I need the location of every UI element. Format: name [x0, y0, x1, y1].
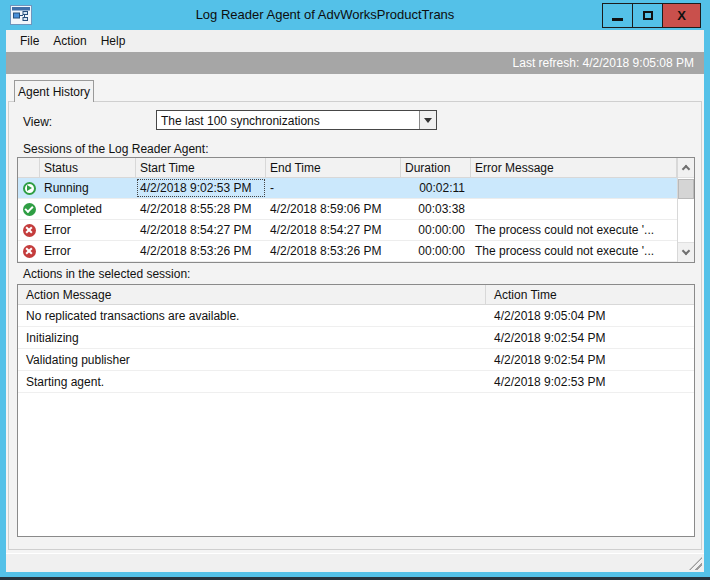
last-refresh-bar: Last refresh: 4/2/2018 9:05:08 PM — [6, 52, 704, 74]
session-status: Error — [40, 220, 136, 240]
session-duration: 00:00:00 — [401, 220, 471, 240]
column-header-end-time[interactable]: End Time — [266, 158, 401, 178]
minimize-icon — [612, 18, 623, 21]
list-item[interactable]: Initializing 4/2/2018 9:02:54 PM — [18, 327, 694, 349]
table-row[interactable]: Error 4/2/2018 8:53:26 PM 4/2/2018 8:53:… — [18, 241, 694, 262]
actions-table: Action Message Action Time No replicated… — [17, 284, 695, 537]
column-header-status[interactable]: Status — [40, 158, 136, 178]
sessions-label: Sessions of the Log Reader Agent: — [23, 142, 208, 156]
session-start-time: 4/2/2018 8:54:27 PM — [136, 220, 266, 240]
view-dropdown-button[interactable] — [419, 111, 436, 129]
actions-header-row: Action Message Action Time — [18, 285, 694, 305]
app-icon[interactable] — [10, 5, 32, 25]
sessions-header-row: Status Start Time End Time Duration Erro… — [18, 158, 694, 178]
error-status-icon — [23, 224, 36, 237]
content-area: Agent History View: The last 100 synchro… — [6, 74, 704, 553]
action-message: No replicated transactions are available… — [18, 305, 486, 326]
table-row[interactable]: Error 4/2/2018 8:54:27 PM 4/2/2018 8:54:… — [18, 220, 694, 241]
close-button[interactable]: X — [662, 3, 701, 28]
scroll-down-button[interactable] — [678, 242, 694, 262]
session-duration: 00:03:38 — [401, 199, 471, 219]
table-row[interactable]: Running 4/2/2018 9:02:53 PM - 00:02:11 — [18, 178, 694, 199]
session-error — [471, 199, 677, 219]
column-header-error-message[interactable]: Error Message — [471, 158, 677, 178]
minimize-button[interactable] — [602, 3, 633, 28]
sessions-table: Status Start Time End Time Duration Erro… — [17, 157, 695, 263]
view-dropdown-value: The last 100 synchronizations — [157, 111, 419, 129]
window-title: Log Reader Agent of AdvWorksProductTrans — [60, 0, 590, 30]
action-time: 4/2/2018 9:02:53 PM — [486, 371, 694, 392]
chevron-up-icon — [682, 165, 690, 173]
action-message: Validating publisher — [18, 349, 486, 370]
scroll-up-button[interactable] — [678, 158, 694, 178]
session-start-time: 4/2/2018 8:55:28 PM — [136, 199, 266, 219]
column-header-action-time[interactable]: Action Time — [486, 285, 694, 304]
titlebar: Log Reader Agent of AdvWorksProductTrans… — [0, 0, 710, 30]
session-duration: 00:02:11 — [401, 178, 471, 198]
table-row[interactable]: Completed 4/2/2018 8:55:28 PM 4/2/2018 8… — [18, 199, 694, 220]
action-time: 4/2/2018 9:02:54 PM — [486, 327, 694, 348]
menu-bar: File Action Help — [6, 30, 704, 52]
session-error: The process could not execute '... — [471, 241, 677, 261]
action-time: 4/2/2018 9:05:04 PM — [486, 305, 694, 326]
status-bar — [6, 553, 704, 572]
resize-grip-icon[interactable] — [689, 557, 702, 570]
column-header-action-message[interactable]: Action Message — [18, 285, 486, 304]
maximize-icon — [643, 11, 653, 20]
session-error — [471, 178, 677, 198]
session-start-time: 4/2/2018 8:53:26 PM — [136, 241, 266, 261]
close-icon: X — [677, 9, 686, 22]
session-status: Error — [40, 241, 136, 261]
session-duration: 00:00:00 — [401, 241, 471, 261]
action-time: 4/2/2018 9:02:54 PM — [486, 349, 694, 370]
running-status-icon — [23, 182, 36, 195]
log-reader-agent-window: Log Reader Agent of AdvWorksProductTrans… — [0, 0, 710, 580]
tab-agent-history[interactable]: Agent History — [14, 80, 94, 102]
window-controls: X — [602, 3, 701, 28]
sessions-vertical-scrollbar[interactable] — [677, 158, 694, 262]
list-item[interactable]: Validating publisher 4/2/2018 9:02:54 PM — [18, 349, 694, 371]
menu-action[interactable]: Action — [53, 34, 86, 48]
view-label: View: — [23, 115, 52, 129]
action-message: Starting agent. — [18, 371, 486, 392]
menu-file[interactable]: File — [20, 34, 39, 48]
session-end-time: 4/2/2018 8:53:26 PM — [266, 241, 401, 261]
session-end-time: 4/2/2018 8:59:06 PM — [266, 199, 401, 219]
column-header-start-time[interactable]: Start Time — [136, 158, 266, 178]
chevron-down-icon — [682, 247, 690, 255]
session-start-time: 4/2/2018 9:02:53 PM — [136, 178, 266, 198]
error-status-icon — [23, 245, 36, 258]
session-end-time: - — [266, 178, 401, 198]
session-status: Running — [40, 178, 136, 198]
actions-label: Actions in the selected session: — [23, 267, 190, 281]
menu-help[interactable]: Help — [101, 34, 126, 48]
maximize-button[interactable] — [632, 3, 663, 28]
session-error: The process could not execute '... — [471, 220, 677, 240]
completed-status-icon — [23, 203, 36, 216]
session-status: Completed — [40, 199, 136, 219]
view-dropdown[interactable]: The last 100 synchronizations — [156, 110, 437, 130]
column-header-duration[interactable]: Duration — [401, 158, 471, 178]
list-item[interactable]: No replicated transactions are available… — [18, 305, 694, 327]
session-end-time: 4/2/2018 8:54:27 PM — [266, 220, 401, 240]
agent-history-pane: View: The last 100 synchronizations Sess… — [8, 101, 702, 550]
scrollbar-thumb[interactable] — [678, 179, 694, 199]
action-message: Initializing — [18, 327, 486, 348]
list-item[interactable]: Starting agent. 4/2/2018 9:02:53 PM — [18, 371, 694, 393]
chevron-down-icon — [424, 118, 432, 123]
column-header-icon[interactable] — [18, 158, 40, 178]
